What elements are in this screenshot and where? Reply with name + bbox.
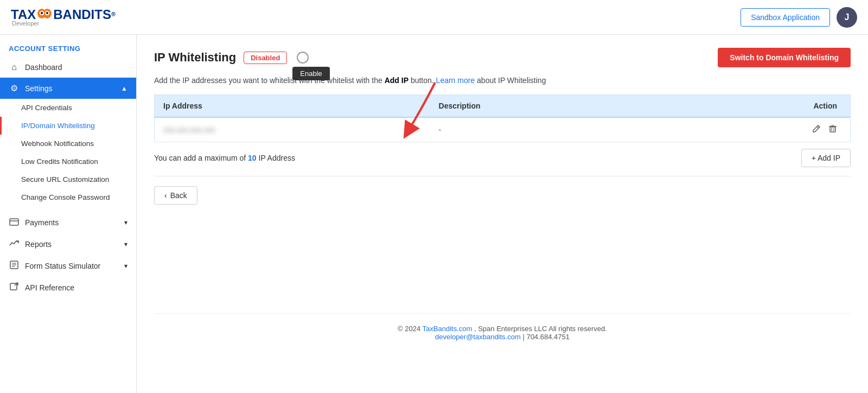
description-row: Add the IP addresses you want to whiteli… xyxy=(154,76,851,85)
payments-chevron-icon: ▾ xyxy=(124,219,127,226)
dashboard-icon: ⌂ xyxy=(9,62,20,72)
sidebar-item-change-console-password[interactable]: Change Console Password xyxy=(0,188,136,206)
footer-email-link[interactable]: developer@taxbandits.com xyxy=(435,333,521,341)
delete-icon[interactable] xyxy=(828,124,837,135)
table-header-row: Ip Address Description Action xyxy=(155,95,851,118)
sidebar-dashboard-label: Dashboard xyxy=(25,63,62,72)
add-ip-button[interactable]: + Add IP xyxy=(801,149,851,167)
api-reference-icon xyxy=(9,282,20,293)
account-setting-label: ACCOUNT SETTING xyxy=(0,35,136,57)
sidebar-api-reference-label: API Reference xyxy=(25,283,74,292)
col-description: Description xyxy=(430,95,665,118)
logo-owl-icon xyxy=(36,8,53,21)
logo-brand: TAX BANDITS ® xyxy=(11,8,116,21)
learn-more-link[interactable]: Learn more xyxy=(436,76,475,85)
footer-company-text: , Span Enterprises LLC All rights reserv… xyxy=(474,325,607,333)
sidebar-change-console-label: Change Console Password xyxy=(21,193,110,201)
logo-bandits: BANDITS xyxy=(53,8,111,21)
bottom-row: You can add a maximum of 10 IP Address +… xyxy=(154,142,851,176)
settings-chevron-icon: ▲ xyxy=(121,85,127,92)
learn-more-about-text: about IP Whitelisting xyxy=(477,76,546,85)
svg-rect-11 xyxy=(10,219,18,225)
back-label: Back xyxy=(170,191,187,200)
sidebar-item-form-status-simulator[interactable]: Form Status Simulator ▾ xyxy=(0,255,136,277)
max-notice-count: 10 xyxy=(248,154,258,162)
description-whitelist-text: whitelist with the xyxy=(327,76,385,85)
sidebar-item-dashboard[interactable]: ⌂ Dashboard xyxy=(0,57,136,78)
sidebar-ip-domain-label: IP/Domain Whitelisting xyxy=(21,122,95,130)
page-title: IP Whitelisting xyxy=(154,50,236,65)
sidebar-form-status-label: Form Status Simulator xyxy=(25,262,100,270)
sidebar-item-secure-url-customization[interactable]: Secure URL Customization xyxy=(0,170,136,188)
payments-icon xyxy=(9,217,20,228)
reports-icon xyxy=(9,239,20,250)
sidebar-api-credentials-label: API Credentials xyxy=(21,104,72,112)
sidebar-reports-label: Reports xyxy=(25,240,52,249)
user-avatar[interactable]: J xyxy=(837,7,857,28)
sidebar-item-api-reference[interactable]: API Reference xyxy=(0,277,136,299)
sidebar-secure-url-label: Secure URL Customization xyxy=(21,175,109,183)
disabled-badge: Disabled xyxy=(244,52,287,64)
ip-table: Ip Address Description Action xxx.xxx.xx… xyxy=(154,94,851,142)
sidebar-item-settings[interactable]: ⚙ Settings ▲ xyxy=(0,78,136,99)
logo-reg: ® xyxy=(111,11,116,17)
header: TAX BANDITS ® Dev xyxy=(0,0,868,35)
sidebar-item-reports[interactable]: Reports ▾ xyxy=(0,233,136,255)
sidebar-settings-label: Settings xyxy=(25,84,53,93)
col-action: Action xyxy=(665,95,851,118)
sidebar-item-api-credentials[interactable]: API Credentials xyxy=(0,99,136,117)
form-status-icon xyxy=(9,261,20,271)
ip-address-value: xxx.xxx.xxx.xxx xyxy=(163,125,215,134)
footer-phone: | 704.684.4751 xyxy=(522,333,570,341)
footer-contact-row: developer@taxbandits.com | 704.684.4751 xyxy=(165,333,840,341)
sandbox-application-button[interactable]: Sandbox Application xyxy=(741,8,830,27)
toggle-wrapper[interactable]: Enable xyxy=(297,52,309,64)
sidebar-item-webhook-notifications[interactable]: Webhook Notifications xyxy=(0,135,136,153)
footer: © 2024 TaxBandits.com , Span Enterprises… xyxy=(154,313,851,352)
enable-toggle[interactable] xyxy=(297,52,309,64)
table-cell-action xyxy=(665,117,851,142)
max-ip-notice: You can add a maximum of 10 IP Address xyxy=(154,154,295,162)
sidebar-webhook-label: Webhook Notifications xyxy=(21,140,94,148)
back-chevron-icon: ‹ xyxy=(164,191,167,200)
sidebar-item-low-credits-notification[interactable]: Low Credits Notification xyxy=(0,153,136,170)
svg-point-4 xyxy=(41,12,43,14)
main-content: IP Whitelisting Disabled Enable xyxy=(137,35,868,393)
sidebar: ACCOUNT SETTING ⌂ Dashboard ⚙ Settings ▲… xyxy=(0,35,137,393)
max-notice-suffix: IP Address xyxy=(259,154,295,162)
col-ip-address: Ip Address xyxy=(155,95,430,118)
table-cell-ip: xxx.xxx.xxx.xxx xyxy=(155,117,430,142)
footer-copyright-row: © 2024 TaxBandits.com , Span Enterprises… xyxy=(165,325,840,333)
table-cell-description: - xyxy=(430,117,665,142)
header-right: Sandbox Application J xyxy=(741,7,857,28)
svg-point-5 xyxy=(46,12,48,14)
reports-chevron-icon: ▾ xyxy=(124,240,127,248)
description-btn-suffix: button. xyxy=(411,76,434,85)
page-title-area: IP Whitelisting Disabled Enable xyxy=(154,50,309,65)
layout: ACCOUNT SETTING ⌂ Dashboard ⚙ Settings ▲… xyxy=(0,35,868,393)
logo-developer-label: Developer xyxy=(12,20,39,27)
svg-rect-21 xyxy=(830,127,835,132)
switch-domain-whitelisting-button[interactable]: Switch to Domain Whitelisting xyxy=(718,48,851,67)
sidebar-item-payments[interactable]: Payments ▾ xyxy=(0,212,136,233)
footer-copyright: © 2024 xyxy=(398,325,420,333)
sidebar-payments-label: Payments xyxy=(25,218,59,227)
action-icons xyxy=(673,124,837,135)
back-button[interactable]: ‹ Back xyxy=(154,186,197,205)
edit-icon[interactable] xyxy=(812,124,821,135)
max-notice-prefix: You can add a maximum of xyxy=(154,154,246,162)
page-header: IP Whitelisting Disabled Enable xyxy=(154,48,851,67)
logo-tax: TAX xyxy=(11,8,36,21)
sidebar-low-credits-label: Low Credits Notification xyxy=(21,157,98,166)
svg-line-18 xyxy=(15,282,18,286)
sidebar-item-ip-domain-whitelisting[interactable]: IP/Domain Whitelisting xyxy=(0,117,136,135)
enable-tooltip: Enable xyxy=(292,67,329,80)
add-ip-bold-text: Add IP xyxy=(385,76,409,85)
settings-icon: ⚙ xyxy=(9,83,20,93)
svg-line-20 xyxy=(817,126,819,128)
footer-company-link[interactable]: TaxBandits.com xyxy=(423,325,473,333)
form-status-chevron-icon: ▾ xyxy=(124,262,127,270)
logo-area: TAX BANDITS ® Dev xyxy=(11,8,116,27)
table-row: xxx.xxx.xxx.xxx - xyxy=(155,117,851,142)
